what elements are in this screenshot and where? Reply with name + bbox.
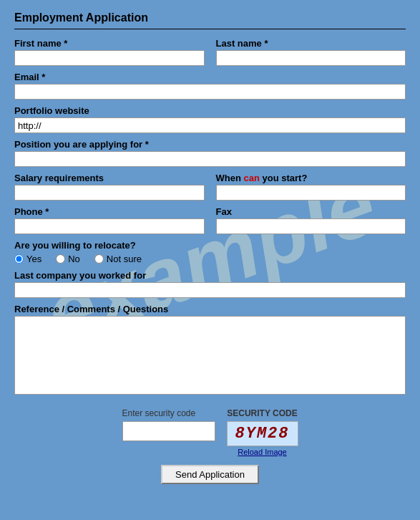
when-start-highlight: can — [244, 173, 260, 183]
comments-textarea-wrapper — [14, 316, 406, 397]
last-company-input[interactable] — [14, 282, 406, 298]
relocate-not-sure-radio[interactable] — [94, 254, 104, 264]
relocate-radio-group: Yes No Not sure — [14, 254, 406, 264]
last-company-group: Last company you worked for — [14, 270, 406, 298]
relocate-yes-radio[interactable] — [14, 254, 24, 264]
email-label: Email * — [14, 72, 406, 82]
first-name-label: First name * — [14, 38, 205, 49]
name-row: First name * Last name * — [14, 38, 406, 66]
security-code-label: SECURITY CODE — [227, 408, 297, 418]
salary-label: Salary requirements — [14, 173, 205, 183]
relocate-row: Are you willing to relocate? Yes No Not … — [14, 240, 406, 264]
fax-label: Fax — [216, 206, 406, 217]
relocate-no-label: No — [68, 254, 80, 264]
phone-group: Phone * — [14, 206, 205, 234]
salary-group: Salary requirements — [14, 173, 205, 201]
phone-label: Phone * — [14, 206, 205, 217]
relocate-yes-option: Yes — [14, 254, 41, 264]
last-name-input[interactable] — [216, 50, 406, 66]
position-input[interactable] — [14, 151, 406, 167]
security-input-group: Enter security code — [122, 408, 215, 441]
last-name-group: Last name * — [216, 38, 406, 66]
position-row: Position you are applying for * — [14, 139, 406, 167]
relocate-label: Are you willing to relocate? — [14, 240, 406, 251]
submit-button[interactable]: Send Application — [161, 465, 259, 484]
last-company-label: Last company you worked for — [14, 270, 406, 281]
portfolio-row: Portfolio website — [14, 105, 406, 133]
last-name-label: Last name * — [216, 38, 406, 49]
security-code-display: SECURITY CODE 8YM28 Reload Image — [227, 408, 298, 456]
relocate-yes-label: Yes — [26, 254, 41, 264]
security-row: Enter security code SECURITY CODE 8YM28 … — [122, 408, 298, 456]
first-name-input[interactable] — [14, 50, 205, 66]
portfolio-input[interactable] — [14, 117, 406, 133]
position-label: Position you are applying for * — [14, 139, 406, 150]
security-code-image: 8YM28 — [227, 421, 298, 446]
salary-input[interactable] — [14, 185, 205, 201]
when-start-group: When can you start? — [216, 173, 406, 201]
email-input[interactable] — [14, 84, 406, 100]
email-group: Email * — [14, 72, 406, 100]
portfolio-group: Portfolio website — [14, 105, 406, 133]
phone-fax-row: Phone * Fax — [14, 206, 406, 234]
comments-group: Reference / Comments / Questions — [14, 304, 406, 397]
position-group: Position you are applying for * — [14, 139, 406, 167]
relocate-not-sure-label: Not sure — [107, 254, 142, 264]
relocate-not-sure-option: Not sure — [94, 254, 142, 264]
security-enter-label: Enter security code — [122, 408, 196, 418]
email-row: Email * — [14, 72, 406, 100]
portfolio-label: Portfolio website — [14, 105, 406, 116]
salary-start-row: Salary requirements When can you start? — [14, 173, 406, 201]
when-start-label: When can you start? — [216, 173, 406, 183]
when-start-input[interactable] — [216, 185, 406, 201]
relocate-group: Are you willing to relocate? Yes No Not … — [14, 240, 406, 264]
form-content: Employment Application First name * Last… — [14, 11, 406, 484]
fax-group: Fax — [216, 206, 406, 234]
divider — [14, 29, 406, 29]
comments-textarea[interactable] — [14, 316, 406, 395]
form-container: example Employment Application First nam… — [0, 0, 420, 499]
comments-label: Reference / Comments / Questions — [14, 304, 406, 314]
security-code-input[interactable] — [122, 421, 215, 441]
relocate-no-option: No — [56, 254, 80, 264]
comments-row: Reference / Comments / Questions — [14, 304, 406, 397]
relocate-no-radio[interactable] — [56, 254, 65, 264]
reload-image-link[interactable]: Reload Image — [238, 448, 287, 456]
bottom-section: Enter security code SECURITY CODE 8YM28 … — [14, 408, 406, 484]
phone-input[interactable] — [14, 218, 205, 234]
last-company-row: Last company you worked for — [14, 270, 406, 298]
first-name-group: First name * — [14, 38, 205, 66]
page-title: Employment Application — [14, 11, 406, 24]
fax-input[interactable] — [216, 218, 406, 234]
